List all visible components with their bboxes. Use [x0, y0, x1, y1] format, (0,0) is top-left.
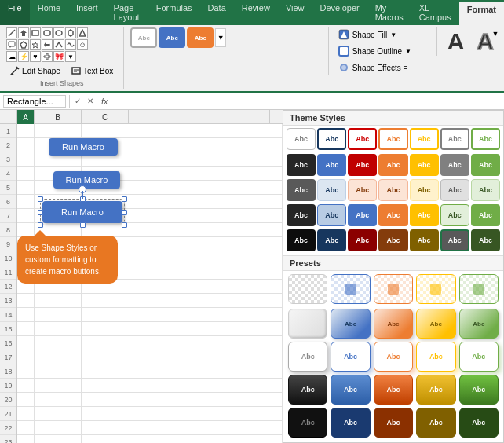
- row-4[interactable]: 4: [0, 167, 16, 181]
- row-7[interactable]: 7: [0, 209, 16, 223]
- col-c[interactable]: C: [82, 110, 129, 124]
- checkmark-btn[interactable]: ✓: [73, 97, 82, 105]
- shape-tool-more[interactable]: ▼: [65, 51, 76, 62]
- resize-handle-ml[interactable]: [38, 210, 43, 215]
- tab-view[interactable]: View: [278, 0, 312, 25]
- style-gold[interactable]: Abc: [410, 154, 439, 176]
- row-5[interactable]: 5: [0, 181, 16, 195]
- style-lt1[interactable]: Abc: [287, 179, 316, 201]
- tab-format[interactable]: Format: [459, 0, 504, 25]
- row-9[interactable]: 9: [0, 237, 16, 251]
- shape-tool-star[interactable]: [30, 39, 41, 50]
- col-d[interactable]: [129, 110, 270, 124]
- shape-tool-cross[interactable]: [42, 51, 53, 62]
- row-15[interactable]: 15: [0, 322, 16, 336]
- row-16[interactable]: 16: [0, 336, 16, 350]
- row-2[interactable]: 2: [0, 138, 16, 152]
- shape-tool-ribbon[interactable]: 🎀: [53, 51, 64, 62]
- preset-t1[interactable]: [288, 274, 327, 304]
- resize-handle-mr[interactable]: [122, 210, 127, 215]
- shape-outline-button[interactable]: Shape Outline ▼: [335, 44, 430, 58]
- shape-tool-double-arrow[interactable]: [42, 39, 53, 50]
- formula-input[interactable]: [119, 97, 501, 106]
- preset-r2[interactable]: Abc: [331, 342, 370, 372]
- tab-xl-campus[interactable]: XL Campus: [411, 0, 459, 25]
- preset-r5[interactable]: Abc: [459, 342, 499, 372]
- row-17[interactable]: 17: [0, 350, 16, 364]
- tab-developer[interactable]: Developer: [312, 0, 367, 25]
- style-abc-outline-g[interactable]: Abc: [410, 128, 439, 150]
- tab-insert[interactable]: Insert: [68, 0, 106, 25]
- style-lt3[interactable]: Abc: [348, 179, 377, 201]
- tab-formulas[interactable]: Formulas: [148, 0, 200, 25]
- resize-handle-bc[interactable]: [80, 222, 86, 228]
- shape-tool-freeform[interactable]: [65, 39, 76, 50]
- large-a-button[interactable]: A: [444, 27, 469, 56]
- row-1[interactable]: 1: [0, 124, 16, 138]
- style-dk3[interactable]: Abc: [348, 229, 377, 251]
- style-lt4[interactable]: Abc: [378, 179, 407, 201]
- preset-d2[interactable]: Abc: [331, 375, 370, 405]
- shape-tool-lightning[interactable]: ⚡: [18, 51, 29, 62]
- style-blue[interactable]: Abc: [317, 154, 346, 176]
- style-dk2[interactable]: Abc: [317, 229, 346, 251]
- tab-data[interactable]: Data: [200, 0, 234, 25]
- row-22[interactable]: 22: [0, 421, 16, 435]
- resize-handle-tr[interactable]: [122, 196, 127, 202]
- tab-review[interactable]: Review: [234, 0, 278, 25]
- rotate-handle[interactable]: [79, 185, 86, 193]
- preset-d1[interactable]: Abc: [288, 375, 327, 405]
- preset-r4[interactable]: Abc: [416, 342, 455, 372]
- preset-t2[interactable]: [331, 274, 370, 304]
- text-box-button[interactable]: Text Box: [68, 64, 117, 78]
- style-md4[interactable]: Abc: [378, 204, 407, 226]
- preset-t5[interactable]: [459, 274, 499, 304]
- macro-button-3[interactable]: Run Macro: [42, 201, 122, 223]
- shape-tool-oval[interactable]: [53, 27, 64, 38]
- row-20[interactable]: 20: [0, 393, 16, 407]
- name-box[interactable]: [3, 95, 66, 108]
- resize-handle-tc[interactable]: [80, 196, 86, 202]
- row-21[interactable]: 21: [0, 407, 16, 421]
- preset-s5[interactable]: Abc: [459, 309, 499, 339]
- style-md3[interactable]: Abc: [348, 204, 377, 226]
- row-23[interactable]: 23: [0, 435, 16, 443]
- style-dk5[interactable]: Abc: [410, 229, 439, 251]
- tab-page-layout[interactable]: Page Layout: [106, 0, 148, 25]
- style-abc-outline-b[interactable]: Abc: [317, 128, 346, 150]
- row-12[interactable]: 12: [0, 280, 16, 294]
- style-lt6[interactable]: Abc: [440, 179, 469, 201]
- resize-handle-br[interactable]: [122, 222, 127, 228]
- style-preview-1[interactable]: Abc: [130, 27, 157, 48]
- style-md1[interactable]: Abc: [287, 204, 316, 226]
- style-abc-outline-o[interactable]: Abc: [378, 128, 407, 150]
- style-abc-outline-gn[interactable]: Abc: [471, 128, 500, 150]
- shape-tool-rounded-rect[interactable]: [42, 27, 53, 38]
- style-abc-outline-r[interactable]: Abc: [348, 128, 377, 150]
- shape-tool-triangle[interactable]: [77, 27, 88, 38]
- preset-e1[interactable]: Abc: [288, 408, 327, 438]
- shape-tool-connector[interactable]: [53, 39, 64, 50]
- preset-d3[interactable]: Abc: [374, 375, 413, 405]
- row-19[interactable]: 19: [0, 379, 16, 393]
- preset-r3[interactable]: Abc: [374, 342, 413, 372]
- style-lt2[interactable]: Abc: [317, 179, 346, 201]
- style-dk1[interactable]: Abc: [287, 229, 316, 251]
- style-md6[interactable]: Abc: [440, 204, 469, 226]
- shape-effects-button[interactable]: Shape Effects =: [335, 60, 430, 75]
- shape-tool-line[interactable]: [6, 27, 17, 38]
- preset-s3[interactable]: Abc: [374, 309, 413, 339]
- resize-handle-bl[interactable]: [38, 222, 43, 228]
- col-b[interactable]: B: [35, 110, 82, 124]
- preset-s2[interactable]: Abc: [331, 309, 370, 339]
- macro-button-2[interactable]: Run Macro: [53, 171, 120, 189]
- tab-file[interactable]: File: [0, 0, 30, 25]
- resize-handle-tl[interactable]: [38, 196, 43, 202]
- preset-s4[interactable]: Abc: [416, 309, 455, 339]
- preset-e4[interactable]: Abc: [416, 408, 455, 438]
- panel-expand-icon[interactable]: ▼: [490, 28, 501, 39]
- shape-tool-heart[interactable]: ♥: [30, 51, 41, 62]
- select-all-btn[interactable]: [0, 110, 17, 124]
- shape-tool-arrow[interactable]: [18, 27, 29, 38]
- shape-tool-pentagon[interactable]: [18, 39, 29, 50]
